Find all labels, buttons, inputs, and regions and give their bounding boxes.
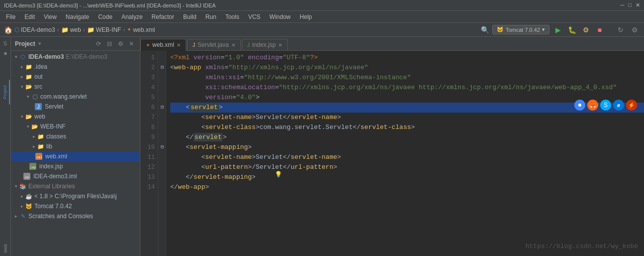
tree-indexjsp[interactable]: jsp index.jsp <box>11 161 140 171</box>
fold-6[interactable]: ⊟ <box>158 103 166 113</box>
minimize-btn[interactable]: ─ <box>621 2 625 8</box>
tree-ext-libs[interactable]: ▾ 📚 External Libraries <box>11 181 140 191</box>
search-icon[interactable]: 🔍 <box>481 26 489 34</box>
menu-file[interactable]: File <box>2 12 19 21</box>
nav-webxml[interactable]: ✦ web.xml <box>127 26 155 33</box>
close-btn[interactable]: ✕ <box>636 2 640 8</box>
run-btn[interactable]: ▶ <box>552 24 563 35</box>
fold-2[interactable]: ⊟ <box>158 63 166 73</box>
tab-servlet-close[interactable]: ✕ <box>231 42 235 48</box>
tab-servlet-label: Servlet.java <box>198 41 229 48</box>
tab-webxml[interactable]: ✦ web.xml ✕ <box>140 39 186 51</box>
tree-classes-label: classes <box>46 133 66 140</box>
tree-webxml[interactable]: xml web.xml <box>11 151 140 161</box>
update-btn[interactable]: ↻ <box>615 24 626 35</box>
nav-webinf[interactable]: 📁 WEB-INF <box>87 26 121 33</box>
menu-edit[interactable]: Edit <box>20 12 39 21</box>
maximize-btn[interactable]: □ <box>628 2 632 8</box>
menu-refactor[interactable]: Refactor <box>148 12 178 21</box>
tab-indexjsp[interactable]: J index.jsp ✕ <box>242 39 288 50</box>
nav-web[interactable]: 📁 web <box>61 26 81 33</box>
menu-code[interactable]: Code <box>94 12 116 21</box>
tree-servlet-label: Servlet <box>45 103 63 110</box>
sidebar-web-tab[interactable]: Web <box>1 241 10 256</box>
fold-4 <box>158 83 166 93</box>
settings-btn[interactable]: ⚙ <box>629 24 640 35</box>
title-bar: IDEA-demo3 [E:\IDEA-demo3] - ...\web\WEB… <box>0 0 644 11</box>
safari-icon[interactable]: S <box>600 100 611 111</box>
tree-webinf[interactable]: ▾ 📂 WEB-INF <box>11 122 140 131</box>
fold-gutter: ⊟ ⊟ ⊟ <box>158 51 166 256</box>
file-tree: ▾ ⬡ IDEA-demo3 E:\IDEA-demo3 ▸ 📁 .idea ▸… <box>11 51 140 256</box>
build-btn[interactable]: ⚙ <box>580 24 591 35</box>
tree-indexjsp-label: index.jsp <box>39 163 63 170</box>
menu-view[interactable]: View <box>40 12 61 21</box>
tree-out[interactable]: ▸ 📁 out <box>11 72 140 82</box>
project-label: Project <box>15 40 35 47</box>
menu-analyze[interactable]: Analyze <box>117 12 147 21</box>
tab-webxml-close[interactable]: ✕ <box>177 42 181 48</box>
tomcat-icon: 🐱 <box>497 26 504 33</box>
tree-tomcat[interactable]: ▸ 🐱 Tomcat 7.0.42 <box>11 201 140 211</box>
firefox-icon[interactable]: 🦊 <box>587 100 598 111</box>
menu-tools[interactable]: Tools <box>221 12 243 21</box>
tree-package[interactable]: ▾ ⬡ com.wang.servlet <box>11 92 140 102</box>
tree-root-path: E:\IDEA-demo3 <box>66 53 107 60</box>
debug-btn[interactable]: 🐛 <box>566 24 577 35</box>
tree-scratches[interactable]: ▸ ✎ Scratches and Consoles <box>11 211 140 221</box>
tab-indexjsp-close[interactable]: ✕ <box>278 42 282 48</box>
menu-vcs[interactable]: VCS <box>244 12 265 21</box>
tree-lib-label: lib <box>46 143 52 150</box>
ie-icon[interactable]: e <box>613 100 624 111</box>
stop-btn[interactable]: ■ <box>594 24 605 35</box>
menu-navigate[interactable]: Navigate <box>62 12 93 21</box>
hide-icon[interactable]: ✕ <box>127 39 136 48</box>
sidebar-project-tab[interactable]: Project <box>1 80 10 105</box>
sync-icon[interactable]: ⟳ <box>94 39 103 48</box>
tree-classes[interactable]: ▸ 📁 classes <box>11 131 140 141</box>
left-strip: S ★ Project Web <box>0 37 11 256</box>
favorites-icon[interactable]: ★ <box>1 49 10 58</box>
tree-servlet-java[interactable]: J Servlet <box>11 102 140 112</box>
collapse-icon[interactable]: ⊟ <box>105 39 114 48</box>
tree-lib[interactable]: ▸ 📁 lib <box>11 141 140 151</box>
code-content[interactable]: <?xml version="1.0" encoding="UTF-8"?> <… <box>166 51 644 256</box>
nav-idea-demo3[interactable]: ⬡ IDEA-demo3 <box>14 26 55 33</box>
fold-7 <box>158 113 166 123</box>
tree-java18-label: < 1.8 > C:\Program Files\Java\j <box>34 193 116 200</box>
menu-bar: File Edit View Navigate Code Analyze Ref… <box>0 11 644 23</box>
tree-tomcat-label: Tomcat 7.0.42 <box>34 203 72 210</box>
tree-root-label: IDEA-demo3 <box>28 53 64 60</box>
fold-14 <box>158 182 166 192</box>
tree-src[interactable]: ▾ 📂 src <box>11 82 140 92</box>
menu-run[interactable]: Run <box>202 12 220 21</box>
tree-java18[interactable]: ▸ ☕ < 1.8 > C:\Program Files\Java\j <box>11 191 140 201</box>
tab-servlet[interactable]: J Servlet.java ✕ <box>187 39 241 50</box>
tree-iml[interactable]: iml IDEA-demo3.iml <box>11 171 140 181</box>
chrome-icon[interactable] <box>574 100 585 111</box>
indexjsp-tab-icon: J <box>247 42 250 48</box>
nav-project-icon: 🏠 <box>4 26 12 34</box>
tree-webinf-label: WEB-INF <box>40 123 66 130</box>
line-4: xsi:schemaLocation="http://xmlns.jcp.org… <box>170 83 644 93</box>
tree-webxml-label: web.xml <box>45 153 67 160</box>
settings-tree-icon[interactable]: ⚙ <box>116 39 125 48</box>
menu-window[interactable]: Window <box>265 12 295 21</box>
line-14: </web-app> <box>170 182 644 192</box>
structure-icon[interactable]: S <box>1 39 10 48</box>
menu-help[interactable]: Help <box>296 12 316 21</box>
code-editor[interactable]: 1 2 3 4 5 6 7 8 9 10 11 12 13 14 ⊟ <box>140 51 644 256</box>
nav-bar: 🏠 ⬡ IDEA-demo3 › 📁 web › 📁 WEB-INF › ✦ w… <box>0 23 644 37</box>
tree-idea[interactable]: ▸ 📁 .idea <box>11 62 140 72</box>
edge-icon[interactable]: ⚡ <box>626 100 637 111</box>
tree-web[interactable]: ▾ 📂 web <box>11 112 140 122</box>
tree-extlibs-label: External Libraries <box>28 183 75 190</box>
lightbulb-icon[interactable]: 💡 <box>275 171 282 178</box>
nav-webinf-label: WEB-INF <box>96 26 121 33</box>
menu-build[interactable]: Build <box>179 12 201 21</box>
tomcat-config-btn[interactable]: 🐱 Tomcat 7.0.42 ▾ <box>492 25 549 34</box>
fold-10[interactable]: ⊟ <box>158 142 166 152</box>
editor-tabs: ✦ web.xml ✕ J Servlet.java ✕ J index.jsp… <box>140 37 644 51</box>
tree-root[interactable]: ▾ ⬡ IDEA-demo3 E:\IDEA-demo3 <box>11 52 140 62</box>
line-1: <?xml version="1.0" encoding="UTF-8"?> <box>170 53 644 63</box>
